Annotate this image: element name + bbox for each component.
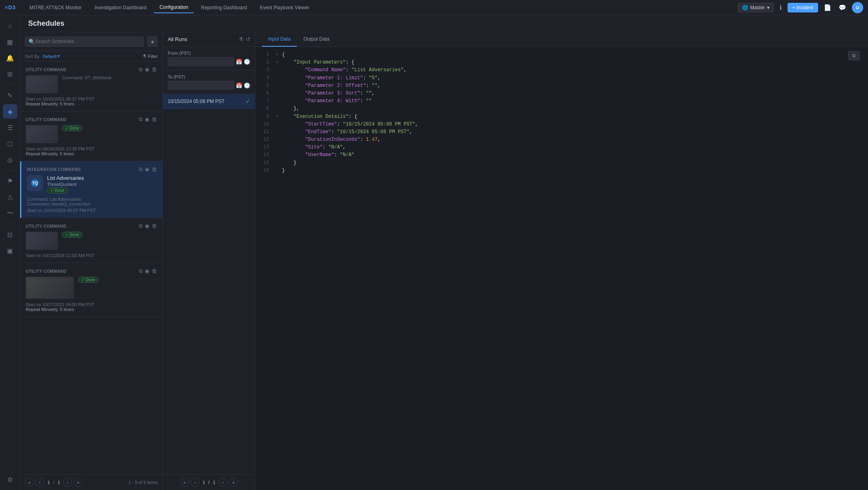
- card-type-3: INTEGRATION COMMAND: [27, 167, 81, 172]
- card-type-5: UTILITY COMMAND: [26, 269, 66, 274]
- add-schedule-button[interactable]: +: [147, 36, 158, 47]
- first-page-button[interactable]: «: [25, 478, 34, 487]
- next-page-button[interactable]: ›: [63, 478, 72, 487]
- sidebar-network-icon[interactable]: ⬡: [3, 136, 17, 151]
- sidebar-radio-icon[interactable]: ◎: [3, 152, 17, 167]
- code-line-14: 14 "UserName": "N/A": [255, 151, 868, 159]
- runs-list: 10/15/2024 05:08 PM PST ✓: [163, 94, 255, 474]
- line-fold-8: [276, 105, 282, 113]
- delete-icon-2[interactable]: 🗑: [152, 116, 157, 123]
- from-clock-icon[interactable]: 🕐: [244, 59, 250, 65]
- line-fold-1[interactable]: ▾: [276, 51, 282, 59]
- from-date-input[interactable]: [168, 57, 234, 66]
- line-content-8: },: [282, 105, 299, 113]
- sidebar-gear-icon[interactable]: ⚙: [3, 472, 17, 487]
- copy-code-button[interactable]: ⧉: [848, 51, 860, 60]
- sidebar-activity-icon[interactable]: 〜: [3, 206, 17, 220]
- duplicate-icon-4[interactable]: ⧉: [139, 223, 142, 229]
- filter-runs-icon[interactable]: ⚗: [239, 36, 243, 42]
- view-icon-1[interactable]: ◉: [145, 66, 149, 73]
- schedule-card-2[interactable]: UTILITY COMMAND ⧉ ◉ 🗑: [20, 111, 162, 161]
- filter-button[interactable]: ⚗ Filter: [142, 54, 158, 59]
- duplicate-icon-5[interactable]: ⧉: [139, 268, 142, 274]
- line-content-12: "DurationInSeconds": 1.47,: [282, 136, 381, 144]
- delete-icon-3[interactable]: 🗑: [152, 166, 157, 173]
- card-startdate-5: Start on 10/27/2021 04:00 PM PST: [26, 302, 157, 307]
- to-calendar-icon[interactable]: 📅: [236, 82, 242, 89]
- avatar[interactable]: U: [852, 2, 863, 13]
- line-fold-7: [276, 97, 282, 105]
- search-box[interactable]: 🔍: [25, 37, 144, 47]
- duplicate-icon-2[interactable]: ⧉: [139, 116, 142, 123]
- sidebar-puzzle-icon[interactable]: ⊞: [3, 67, 17, 81]
- sidebar-briefcase-icon[interactable]: ▣: [3, 243, 17, 258]
- view-icon-2[interactable]: ◉: [145, 116, 149, 123]
- line-fold-15: [276, 159, 282, 167]
- chat-button[interactable]: 💬: [837, 2, 848, 13]
- sidebar-alert-icon[interactable]: ⚠: [3, 190, 17, 204]
- line-content-7: "Parameter 4: With": "": [282, 97, 372, 105]
- card-footer-4: Start on 10/11/2024 11:02 AM PST: [26, 253, 157, 258]
- schedule-card-4[interactable]: UTILITY COMMAND ⧉ ◉ 🗑: [20, 218, 162, 263]
- run-time-1: 10/15/2024 05:08 PM PST: [168, 99, 224, 104]
- schedule-card-3[interactable]: INTEGRATION COMMAND ⧉ ◉ 🗑: [20, 161, 162, 218]
- code-line-10: 10 "StartTime": "10/15/2024 05:08 PM PST…: [255, 121, 868, 128]
- nav-configuration[interactable]: Configuration: [154, 2, 193, 13]
- schedule-card-5[interactable]: UTILITY COMMAND ⧉ ◉ 🗑: [20, 263, 162, 317]
- line-num-9: 9: [255, 113, 276, 121]
- card-type-1: UTILITY COMMAND: [26, 68, 66, 72]
- view-icon-5[interactable]: ◉: [145, 268, 149, 274]
- sidebar-home-icon[interactable]: ⌂: [3, 19, 17, 33]
- line-num-12: 12: [255, 136, 276, 144]
- refresh-runs-icon[interactable]: ↺: [246, 36, 250, 42]
- sort-value[interactable]: Default ▾: [43, 54, 60, 59]
- duplicate-icon-3[interactable]: ⧉: [139, 166, 142, 173]
- line-fold-6: [276, 90, 282, 97]
- incident-button[interactable]: + Incident: [788, 3, 818, 12]
- nav-reporting[interactable]: Reporting Dashboard: [195, 2, 253, 13]
- to-date-input[interactable]: [168, 81, 234, 90]
- mid-last-page[interactable]: »: [229, 478, 238, 487]
- tab-input-data[interactable]: Input Data: [262, 32, 297, 47]
- code-line-3: 3 "Command Name": "List Adversaries",: [255, 66, 868, 74]
- schedule-card-1[interactable]: UTILITY COMMAND ⧉ ◉ 🗑: [20, 62, 162, 111]
- nav-investigation[interactable]: Investigation Dashboard: [89, 2, 152, 13]
- line-fold-2[interactable]: ▾: [276, 59, 282, 66]
- mid-next-page[interactable]: ›: [218, 478, 227, 487]
- view-icon-3[interactable]: ◉: [145, 166, 149, 173]
- duplicate-icon-1[interactable]: ⧉: [139, 66, 142, 73]
- sidebar-list-icon[interactable]: ☰: [3, 120, 17, 135]
- prev-page-button[interactable]: ‹: [35, 478, 44, 487]
- line-content-4: "Parameter 1: Limit": "5",: [282, 74, 381, 82]
- tab-output-data[interactable]: Output Data: [297, 32, 336, 47]
- last-page-button[interactable]: »: [74, 478, 82, 487]
- master-button[interactable]: 🌐 Master ▾: [738, 3, 774, 12]
- sidebar-bell-icon[interactable]: 🔔: [3, 51, 17, 65]
- to-clock-icon[interactable]: 🕐: [244, 82, 250, 89]
- from-calendar-icon[interactable]: 📅: [236, 59, 242, 65]
- code-line-1: 1 ▾ {: [255, 51, 868, 59]
- from-date-filter: From (PST) 📅 🕐: [163, 47, 255, 70]
- view-icon-4[interactable]: ◉: [145, 223, 149, 229]
- sidebar-wrench-icon[interactable]: ✎: [3, 88, 17, 103]
- card-header-1: UTILITY COMMAND ⧉ ◉ 🗑: [26, 66, 157, 73]
- delete-icon-1[interactable]: 🗑: [152, 66, 157, 73]
- sidebar-flag-icon[interactable]: ⚑: [3, 174, 17, 188]
- line-fold-9[interactable]: ▾: [276, 113, 282, 121]
- search-input[interactable]: [35, 39, 140, 44]
- delete-icon-4[interactable]: 🗑: [152, 223, 157, 229]
- sidebar-shield-icon[interactable]: ◈: [3, 104, 17, 119]
- page-header: Schedules: [20, 15, 868, 32]
- card-actions-5: ⧉ ◉ 🗑: [139, 268, 157, 274]
- nav-mitre[interactable]: MITRE ATT&CK Monitor: [24, 2, 87, 13]
- delete-icon-5[interactable]: 🗑: [152, 268, 157, 274]
- docs-button[interactable]: 📄: [822, 2, 833, 13]
- line-num-3: 3: [255, 66, 276, 74]
- info-button[interactable]: ℹ: [778, 2, 784, 13]
- run-item-1[interactable]: 10/15/2024 05:08 PM PST ✓: [163, 94, 255, 109]
- mid-prev-page[interactable]: ‹: [191, 478, 200, 487]
- mid-first-page[interactable]: «: [180, 478, 189, 487]
- sidebar-calendar-icon[interactable]: ▦: [3, 35, 17, 49]
- nav-playbook[interactable]: Event Playbook Viewer: [254, 2, 315, 13]
- sidebar-layers-icon[interactable]: ⊟: [3, 227, 17, 242]
